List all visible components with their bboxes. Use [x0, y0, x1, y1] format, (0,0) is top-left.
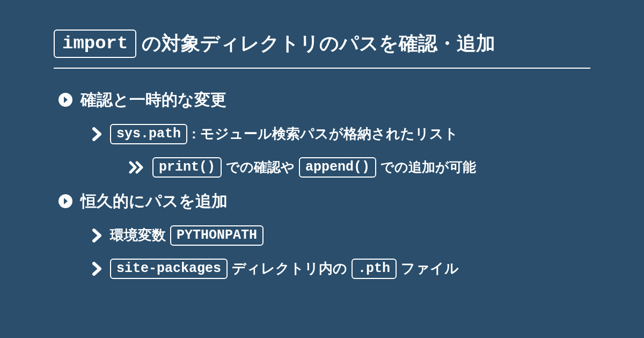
item-content: 環境変数 PYTHONPATH [110, 225, 264, 246]
item-text: 環境変数 [110, 226, 166, 245]
circle-chevron-icon [58, 194, 73, 209]
chevron-icon [92, 229, 103, 243]
code-text: .pth [352, 259, 397, 279]
item-content: print() での確認や append() での追加が可能 [152, 157, 476, 178]
item-content: site-packages ディレクトリ内の .pth ファイル [110, 259, 459, 279]
list-item-level2: site-packages ディレクトリ内の .pth ファイル [54, 259, 590, 279]
item-text: ファイル [401, 259, 459, 278]
heading-text: 確認と一時的な変更 [80, 89, 226, 111]
heading-text: 恒久的にパスを追加 [80, 190, 228, 212]
item-content: sys.path : モジュール検索パスが格納されたリスト [110, 124, 458, 144]
item-text: ディレクトリ内の [232, 259, 347, 278]
code-text: site-packages [110, 259, 228, 279]
code-text: print() [152, 157, 222, 178]
code-text: sys.path [110, 124, 187, 144]
content-list: 確認と一時的な変更 sys.path : モジュール検索パスが格納されたリスト … [54, 89, 590, 279]
double-chevron-icon [129, 160, 145, 174]
list-item-level3: print() での確認や append() での追加が可能 [54, 157, 590, 178]
list-item-level2: 環境変数 PYTHONPATH [54, 225, 590, 246]
list-item-level2: sys.path : モジュール検索パスが格納されたリスト [54, 124, 590, 144]
list-item-level1: 確認と一時的な変更 [54, 89, 590, 111]
item-text: での追加が可能 [380, 158, 476, 176]
title-code: import [54, 30, 136, 58]
list-item-level1: 恒久的にパスを追加 [54, 190, 590, 212]
title-text: の対象ディレクトリのパスを確認・追加 [142, 31, 495, 57]
code-text: PYTHONPATH [170, 225, 264, 246]
circle-chevron-icon [58, 92, 73, 107]
item-text: : モジュール検索パスが格納されたリスト [192, 124, 458, 143]
item-text: での確認や [226, 158, 295, 176]
code-text: append() [299, 157, 376, 178]
chevron-icon [92, 262, 103, 276]
chevron-icon [92, 127, 103, 141]
page-title: import の対象ディレクトリのパスを確認・追加 [54, 30, 590, 69]
